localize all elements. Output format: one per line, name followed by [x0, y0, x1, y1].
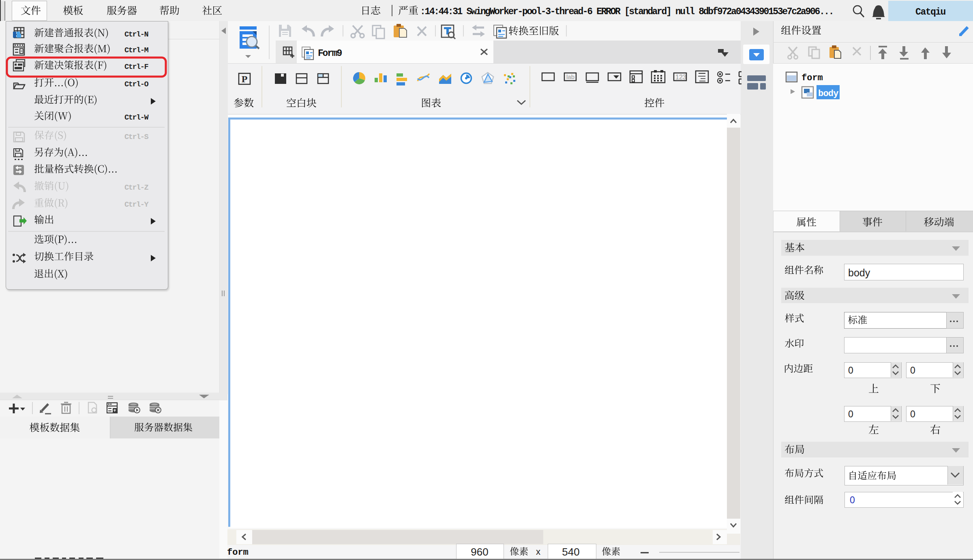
svg-text:lab: lab: [566, 73, 574, 80]
svg-text:0: 0: [848, 409, 853, 419]
svg-text:x: x: [536, 547, 540, 557]
svg-text:123: 123: [675, 74, 686, 81]
svg-text::14:44:31 SwingWorker-pool-3-t: :14:44:31 SwingWorker-pool-3-thread-6 ER…: [420, 6, 833, 17]
svg-text:Ctrl-N: Ctrl-N: [124, 30, 148, 39]
svg-text:Ctrl-Y: Ctrl-Y: [124, 201, 149, 209]
svg-text:P: P: [242, 74, 248, 84]
svg-text:Ctrl-F: Ctrl-F: [124, 63, 148, 71]
svg-text:0: 0: [910, 409, 915, 419]
svg-text:Ctrl-Z: Ctrl-Z: [124, 184, 149, 192]
svg-text:0: 0: [850, 495, 855, 505]
svg-text:0: 0: [848, 365, 853, 376]
svg-text:form: form: [802, 73, 823, 83]
svg-text:960: 960: [471, 546, 488, 558]
svg-text:Form9: Form9: [318, 48, 342, 59]
svg-text:Ctrl-M: Ctrl-M: [124, 46, 149, 55]
svg-text:Ctrl-S: Ctrl-S: [124, 133, 149, 141]
svg-text:Catqiu: Catqiu: [915, 7, 946, 17]
svg-text:0: 0: [910, 365, 915, 376]
svg-text:Ctrl-O: Ctrl-O: [124, 80, 149, 89]
svg-text:body: body: [848, 267, 870, 278]
svg-text:form: form: [227, 547, 249, 558]
svg-text:body: body: [818, 89, 838, 99]
svg-text:Ctrl-W: Ctrl-W: [124, 113, 149, 122]
svg-text:540: 540: [562, 546, 579, 558]
